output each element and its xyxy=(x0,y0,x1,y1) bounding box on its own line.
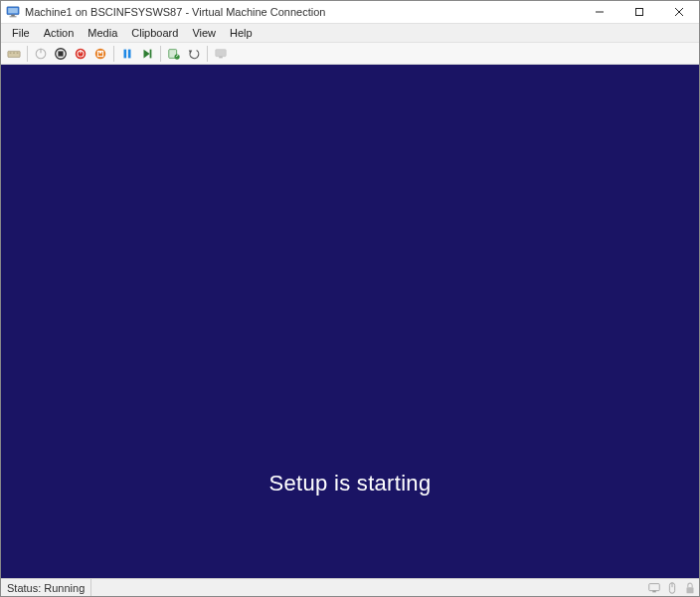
menu-media[interactable]: Media xyxy=(81,25,124,41)
statusbar: Status: Running xyxy=(1,578,699,596)
svg-rect-30 xyxy=(219,56,223,58)
svg-marker-28 xyxy=(189,50,193,54)
toolbar-separator xyxy=(207,46,208,62)
svg-rect-35 xyxy=(687,587,694,593)
maximize-button[interactable] xyxy=(619,1,659,23)
pause-button[interactable] xyxy=(118,45,136,63)
svg-rect-2 xyxy=(11,15,15,17)
menu-clipboard[interactable]: Clipboard xyxy=(124,25,185,41)
menu-file[interactable]: File xyxy=(5,25,37,41)
toolbar-separator xyxy=(27,46,28,62)
display-icon xyxy=(646,580,662,596)
toolbar-separator xyxy=(160,46,161,62)
reset-button[interactable] xyxy=(138,45,156,63)
svg-rect-29 xyxy=(216,49,227,56)
minimize-button[interactable] xyxy=(580,1,619,23)
shut-down-button[interactable] xyxy=(72,45,89,63)
revert-button[interactable] xyxy=(185,45,203,63)
menu-view[interactable]: View xyxy=(185,25,223,41)
svg-rect-23 xyxy=(128,49,131,58)
svg-rect-3 xyxy=(10,16,17,17)
svg-rect-21 xyxy=(99,51,102,53)
svg-rect-22 xyxy=(124,49,127,58)
svg-rect-31 xyxy=(649,583,660,590)
save-button[interactable] xyxy=(91,45,109,63)
titlebar: Machine1 on BSCINFSYSWS87 - Virtual Mach… xyxy=(1,1,699,23)
app-icon xyxy=(5,4,21,20)
toolbar-separator xyxy=(113,46,114,62)
lock-icon xyxy=(682,580,698,596)
status-separator xyxy=(90,579,91,596)
svg-point-19 xyxy=(95,48,106,59)
toolbar xyxy=(1,43,699,65)
vm-display[interactable]: Setup is starting xyxy=(1,65,699,578)
mouse-icon xyxy=(664,580,680,596)
menu-help[interactable]: Help xyxy=(223,25,260,41)
status-text: Status: Running xyxy=(1,579,90,596)
window-title: Machine1 on BSCINFSYSWS87 - Virtual Mach… xyxy=(25,6,580,18)
menu-action[interactable]: Action xyxy=(37,25,82,41)
vm-connection-window: Machine1 on BSCINFSYSWS87 - Virtual Mach… xyxy=(0,0,700,597)
checkpoint-button[interactable] xyxy=(165,45,183,63)
ctrl-alt-del-button[interactable] xyxy=(5,45,23,63)
svg-rect-25 xyxy=(150,49,152,58)
menubar: File Action Media Clipboard View Help xyxy=(1,23,699,43)
close-button[interactable] xyxy=(659,1,699,23)
start-button xyxy=(32,45,50,63)
window-controls xyxy=(580,1,699,23)
turn-off-button[interactable] xyxy=(52,45,70,63)
svg-rect-8 xyxy=(8,51,20,57)
svg-rect-32 xyxy=(652,590,656,592)
enhanced-session-button xyxy=(212,45,230,63)
svg-point-27 xyxy=(174,54,179,59)
svg-rect-5 xyxy=(636,9,643,16)
svg-rect-15 xyxy=(58,51,63,56)
svg-rect-1 xyxy=(8,8,18,13)
svg-marker-24 xyxy=(144,49,150,58)
setup-message: Setup is starting xyxy=(269,471,432,497)
